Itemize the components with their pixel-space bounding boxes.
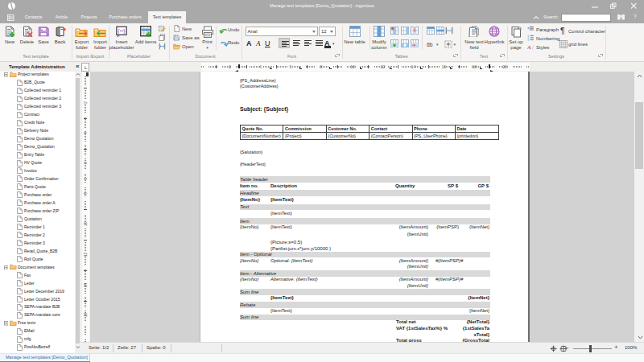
- svg-text:3: 3: [527, 39, 529, 42]
- svg-text:A: A: [527, 44, 531, 51]
- svg-text:d̂b: d̂b: [427, 42, 433, 47]
